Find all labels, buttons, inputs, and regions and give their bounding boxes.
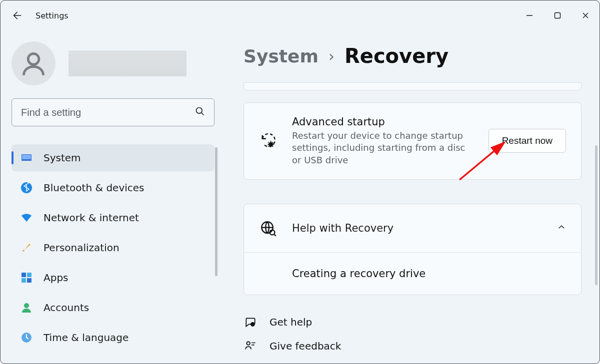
footer-links: ? Get help Give feedback bbox=[244, 315, 582, 353]
sidebar-nav: System Bluetooth & devices Network & int… bbox=[12, 144, 214, 351]
help-header-row[interactable]: Help with Recovery bbox=[244, 204, 581, 253]
sidebar-item-apps[interactable]: Apps bbox=[12, 264, 214, 291]
window-controls bbox=[516, 3, 600, 27]
give-feedback-label: Give feedback bbox=[270, 340, 341, 352]
svg-point-12 bbox=[268, 142, 273, 147]
svg-point-2 bbox=[196, 108, 202, 114]
svg-point-17 bbox=[246, 342, 250, 345]
svg-rect-8 bbox=[22, 278, 26, 283]
svg-point-10 bbox=[24, 303, 29, 308]
wifi-icon bbox=[20, 212, 32, 224]
breadcrumb-parent[interactable]: System bbox=[244, 46, 318, 66]
help-with-recovery-card: Help with Recovery Creating a recovery d… bbox=[244, 204, 582, 295]
sidebar-item-network[interactable]: Network & internet bbox=[12, 204, 214, 231]
get-help-link[interactable]: ? Get help bbox=[244, 315, 582, 329]
breadcrumb: System › Recovery bbox=[244, 44, 582, 67]
help-item-label: Creating a recovery drive bbox=[259, 268, 426, 280]
content-scrollbar[interactable] bbox=[595, 145, 598, 285]
sidebar-scrollbar[interactable] bbox=[215, 147, 218, 276]
bluetooth-icon bbox=[20, 182, 32, 194]
page-title: Recovery bbox=[344, 44, 448, 67]
display-icon bbox=[20, 152, 32, 164]
person-icon bbox=[20, 302, 32, 314]
back-button[interactable] bbox=[10, 9, 22, 21]
maximize-button[interactable] bbox=[544, 3, 572, 27]
close-button[interactable] bbox=[572, 3, 600, 27]
sidebar-item-time-language[interactable]: Time & language bbox=[12, 324, 214, 351]
svg-rect-7 bbox=[27, 273, 32, 277]
svg-text:?: ? bbox=[252, 323, 254, 327]
sidebar-item-personalization[interactable]: Personalization bbox=[12, 234, 214, 261]
avatar bbox=[12, 41, 56, 85]
minimize-button[interactable] bbox=[516, 3, 544, 27]
feedback-icon bbox=[244, 339, 258, 353]
app-title: Settings bbox=[36, 11, 68, 20]
give-feedback-link[interactable]: Give feedback bbox=[244, 339, 582, 353]
sidebar-item-label: Apps bbox=[44, 272, 68, 284]
sidebar-item-label: System bbox=[44, 152, 81, 164]
sidebar: System Bluetooth & devices Network & int… bbox=[0, 30, 226, 364]
sidebar-item-label: Accounts bbox=[44, 302, 89, 314]
advanced-startup-card: Advanced startup Restart your device to … bbox=[244, 102, 582, 180]
sidebar-item-system[interactable]: System bbox=[12, 144, 214, 171]
sidebar-item-label: Personalization bbox=[44, 242, 120, 254]
sidebar-item-label: Network & internet bbox=[44, 212, 139, 224]
search-icon bbox=[195, 106, 205, 118]
sidebar-item-label: Bluetooth & devices bbox=[44, 182, 144, 194]
advanced-startup-desc: Restart your device to change startup se… bbox=[292, 130, 474, 166]
svg-rect-4 bbox=[22, 155, 31, 159]
title-bar: Settings bbox=[0, 0, 600, 30]
advanced-startup-title: Advanced startup bbox=[292, 116, 474, 128]
user-name-redacted bbox=[68, 50, 186, 76]
clock-globe-icon bbox=[20, 332, 32, 344]
search-box[interactable] bbox=[12, 98, 214, 126]
svg-point-1 bbox=[28, 54, 39, 65]
sidebar-item-accounts[interactable]: Accounts bbox=[12, 294, 214, 321]
restart-now-button[interactable]: Restart now bbox=[488, 129, 566, 153]
help-chat-icon: ? bbox=[244, 315, 258, 329]
apps-icon bbox=[20, 272, 32, 284]
sidebar-item-bluetooth[interactable]: Bluetooth & devices bbox=[12, 174, 214, 201]
sidebar-item-label: Time & language bbox=[44, 332, 128, 344]
svg-rect-9 bbox=[27, 278, 32, 283]
help-title: Help with Recovery bbox=[292, 222, 394, 234]
search-input[interactable] bbox=[21, 107, 195, 118]
get-help-label: Get help bbox=[270, 316, 312, 328]
chevron-up-icon bbox=[557, 223, 566, 234]
previous-card-edge bbox=[244, 82, 582, 90]
globe-search-icon bbox=[259, 219, 277, 237]
restart-gear-icon bbox=[259, 132, 277, 150]
main-content: System › Recovery Advanced startup Resta… bbox=[226, 30, 600, 364]
help-item-recovery-drive[interactable]: Creating a recovery drive bbox=[244, 253, 581, 295]
user-info[interactable] bbox=[12, 41, 214, 85]
chevron-right-icon: › bbox=[328, 47, 334, 65]
paintbrush-icon bbox=[20, 242, 32, 254]
svg-rect-0 bbox=[555, 13, 560, 18]
svg-rect-6 bbox=[22, 273, 26, 277]
